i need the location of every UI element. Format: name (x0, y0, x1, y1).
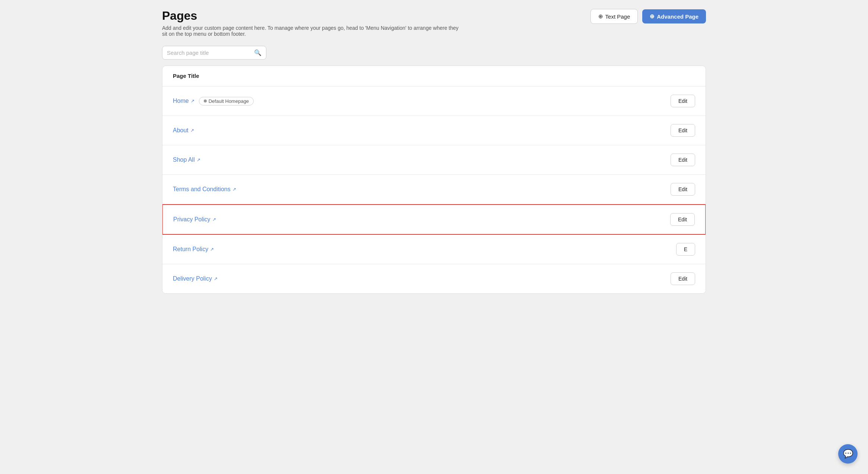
badge-label: Default Homepage (209, 98, 249, 104)
advanced-page-label: Advanced Page (657, 13, 698, 20)
plus-circle-icon: ⊕ (598, 13, 603, 20)
page-title: Pages (162, 9, 460, 23)
edit-button-return-policy[interactable]: E (676, 243, 695, 256)
external-link-icon: ↗ (191, 98, 194, 104)
page-link-shop-all[interactable]: Shop All ↗ (173, 157, 200, 163)
edit-button-home[interactable]: Edit (671, 95, 695, 107)
page-link-delivery-policy[interactable]: Delivery Policy ↗ (173, 275, 218, 282)
edit-button-privacy-policy[interactable]: Edit (670, 213, 695, 226)
row-left-return-policy: Return Policy ↗ (173, 246, 214, 253)
page-container: Pages Add and edit your custom page cont… (162, 9, 706, 294)
page-link-terms-and-conditions[interactable]: Terms and Conditions ↗ (173, 186, 236, 193)
row-left-shop-all: Shop All ↗ (173, 157, 200, 163)
edit-button-shop-all[interactable]: Edit (671, 154, 695, 166)
table-body: Home ↗Default HomepageEditAbout ↗EditSho… (162, 86, 706, 293)
edit-button-terms-and-conditions[interactable]: Edit (671, 183, 695, 196)
text-page-label: Text Page (605, 13, 630, 20)
search-input[interactable] (167, 50, 252, 56)
advanced-page-button[interactable]: ⊕ Advanced Page (642, 9, 706, 23)
page-link-return-policy[interactable]: Return Policy ↗ (173, 246, 214, 253)
badge-dot (204, 99, 207, 102)
pages-table: Page Title Home ↗Default HomepageEditAbo… (162, 66, 706, 294)
column-header-page-title: Page Title (173, 73, 199, 79)
row-left-about: About ↗ (173, 127, 194, 134)
text-page-button[interactable]: ⊕ Text Page (590, 9, 638, 24)
external-link-icon: ↗ (190, 128, 194, 133)
table-row: Return Policy ↗E (162, 235, 706, 264)
page-link-home[interactable]: Home ↗ (173, 98, 194, 104)
search-icon[interactable]: 🔍 (254, 49, 262, 56)
page-description: Add and edit your custom page content he… (162, 25, 460, 37)
row-left-terms-and-conditions: Terms and Conditions ↗ (173, 186, 236, 193)
external-link-icon: ↗ (197, 157, 200, 162)
external-link-icon: ↗ (212, 217, 216, 222)
search-wrapper: 🔍 (162, 46, 266, 60)
page-header: Pages Add and edit your custom page cont… (162, 9, 706, 37)
chat-widget[interactable]: 💬 (838, 444, 858, 464)
chat-icon: 💬 (843, 449, 853, 459)
row-left-privacy-policy: Privacy Policy ↗ (173, 216, 216, 223)
table-row: Home ↗Default HomepageEdit (162, 86, 706, 116)
table-header: Page Title (162, 66, 706, 86)
row-left-delivery-policy: Delivery Policy ↗ (173, 275, 218, 282)
edit-button-delivery-policy[interactable]: Edit (671, 272, 695, 285)
external-link-icon: ↗ (232, 187, 236, 192)
table-row: Shop All ↗Edit (162, 145, 706, 175)
search-bar-row: 🔍 (162, 46, 706, 60)
default-homepage-badge: Default Homepage (199, 97, 254, 105)
page-link-about[interactable]: About ↗ (173, 127, 194, 134)
external-link-icon: ↗ (210, 247, 214, 252)
header-left: Pages Add and edit your custom page cont… (162, 9, 460, 37)
row-left-home: Home ↗Default Homepage (173, 97, 254, 105)
header-buttons: ⊕ Text Page ⊕ Advanced Page (590, 9, 706, 24)
external-link-icon: ↗ (214, 276, 218, 281)
plus-circle-icon-advanced: ⊕ (650, 13, 655, 20)
table-row: Delivery Policy ↗Edit (162, 264, 706, 293)
table-row: Privacy Policy ↗Edit (162, 204, 706, 235)
table-row: Terms and Conditions ↗Edit (162, 175, 706, 204)
table-row: About ↗Edit (162, 116, 706, 145)
page-link-privacy-policy[interactable]: Privacy Policy ↗ (173, 216, 216, 223)
edit-button-about[interactable]: Edit (671, 124, 695, 137)
